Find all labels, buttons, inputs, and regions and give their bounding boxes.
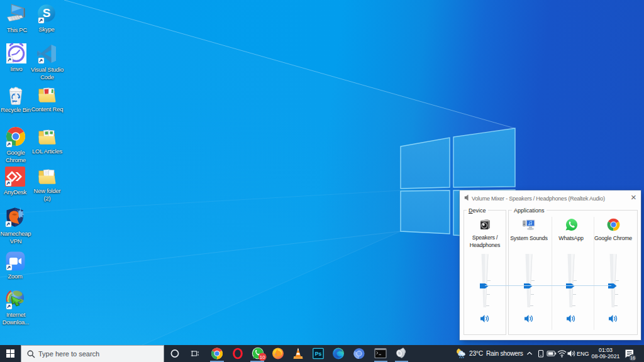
svg-text:Ps: Ps xyxy=(315,351,322,357)
svg-text:S: S xyxy=(43,6,51,19)
svg-text:10: 10 xyxy=(260,354,265,360)
svg-text:16: 16 xyxy=(630,355,635,361)
